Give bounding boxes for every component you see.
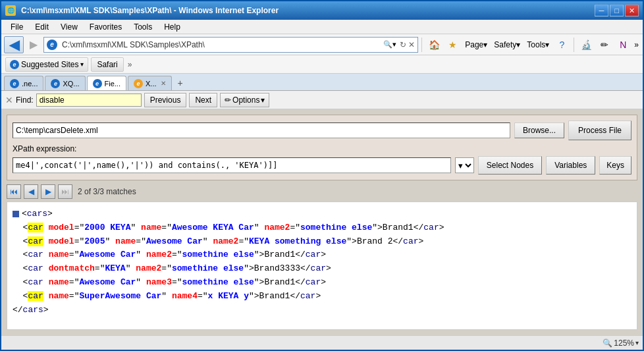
menu-file[interactable]: File: [5, 21, 28, 33]
tab-2[interactable]: e XQ...: [45, 76, 85, 90]
xml-attr-value: Awesome Car: [146, 236, 203, 246]
file-path-input[interactable]: [13, 122, 510, 138]
tab-2-icon: e: [51, 79, 60, 88]
xml-attr-name: model: [49, 223, 74, 232]
xml-bracket: >: [321, 277, 326, 287]
xml-line: <car dontmatch="KEYA" name2="somethine e…: [13, 262, 631, 276]
refresh-button[interactable]: ↻: [400, 40, 406, 49]
xml-bracket: ": [254, 277, 259, 287]
help-button[interactable]: ?: [553, 36, 570, 53]
menu-favorites[interactable]: Favorites: [84, 21, 127, 33]
search-dropdown-button[interactable]: 🔍▾: [382, 40, 398, 49]
suggested-sites-button[interactable]: e Suggested Sites ▾: [5, 57, 88, 72]
menu-help[interactable]: Help: [159, 21, 186, 33]
browse-button[interactable]: Browse...: [514, 122, 564, 138]
xml-attr-value: somethine else: [182, 277, 254, 287]
pen-button[interactable]: ✏: [596, 36, 613, 53]
xml-attr-name: name2: [264, 223, 290, 232]
nav-next-button[interactable]: ▶: [41, 184, 55, 199]
expand-toolbar-button[interactable]: »: [633, 40, 640, 49]
zoom-dropdown-chevron: ▾: [635, 339, 639, 346]
tab-3-label: Fie...: [105, 80, 121, 88]
xml-whitespace: [43, 236, 49, 246]
menu-view[interactable]: View: [55, 21, 83, 33]
tab-3[interactable]: e Fie...: [87, 76, 126, 90]
find-previous-button[interactable]: Previous: [144, 93, 187, 107]
links-bar: e Suggested Sites ▾ Safari »: [1, 55, 643, 74]
close-button[interactable]: ✕: [625, 5, 639, 16]
menu-edit[interactable]: Edit: [30, 21, 54, 33]
expression-row: ▾ Select Nodes Variables Keys: [13, 156, 631, 175]
xpath-expression-input[interactable]: [13, 157, 451, 173]
xml-bracket: >: [321, 250, 326, 259]
address-bar-icon: e: [47, 40, 57, 50]
nav-prev-button[interactable]: ◀: [24, 184, 38, 199]
minimize-button[interactable]: ─: [595, 5, 608, 16]
tools-menu-button[interactable]: Tools▾: [524, 36, 552, 53]
xml-bracket: >: [254, 291, 259, 301]
zoom-control[interactable]: 🔍 125% ▾: [603, 338, 639, 348]
find-label: Find:: [16, 95, 34, 105]
home-button[interactable]: 🏠: [425, 36, 443, 53]
xml-attr-value: somethine else: [172, 263, 244, 273]
find-options-button[interactable]: ✏ Options ▾: [220, 93, 269, 107]
safari-button[interactable]: Safari: [91, 57, 123, 72]
expression-label-row: XPath expression:: [13, 144, 631, 153]
xml-whitespace: [13, 291, 23, 301]
xml-attr-value: 2000 KEYA: [84, 223, 130, 232]
xml-whitespace: [43, 223, 49, 232]
process-file-button[interactable]: Process File: [568, 121, 631, 140]
xml-text-content: Brand 2: [357, 236, 393, 246]
xml-tag: car: [28, 277, 43, 287]
xml-whitespace: [167, 291, 172, 301]
titlebar: 🌐 C:\xml\msxml\XML SDK\Samples\XPath\ - …: [1, 1, 643, 20]
xml-attr-name: name: [115, 236, 136, 246]
page-menu-button[interactable]: Page▾: [462, 36, 490, 53]
select-nodes-button[interactable]: Select Nodes: [478, 156, 542, 175]
new-tab-button[interactable]: +: [173, 76, 188, 90]
maximize-button[interactable]: □: [610, 5, 624, 16]
suggested-sites-icon: e: [10, 60, 19, 69]
tab-4-close[interactable]: ✕: [161, 80, 166, 87]
xpath-panel: Browse... Process File XPath expression:…: [7, 115, 637, 180]
stop-button[interactable]: ✕: [408, 40, 415, 49]
safety-menu-button[interactable]: Safety▾: [491, 36, 523, 53]
xml-bracket: =": [74, 236, 85, 246]
xml-text-content: Brand1: [259, 291, 290, 301]
xml-whitespace: [13, 223, 23, 232]
onenote-button[interactable]: N: [614, 36, 631, 53]
xml-output: <cars> <car model="2000 KEYA" name="Awes…: [7, 202, 637, 330]
xml-text-content: Brand3333: [254, 263, 300, 273]
favorites-button[interactable]: ★: [444, 36, 461, 53]
tab-1[interactable]: e .ne...: [4, 76, 43, 90]
expand-links-button[interactable]: »: [128, 60, 132, 69]
keys-button[interactable]: Keys: [599, 156, 631, 175]
nav-last-button[interactable]: ⏭: [58, 184, 72, 199]
xml-tag: car: [28, 250, 43, 259]
find-next-button[interactable]: Next: [189, 93, 217, 107]
back-button[interactable]: ◀: [4, 36, 24, 53]
xml-bracket: >: [326, 263, 331, 273]
tab-4[interactable]: e X... ✕: [128, 76, 172, 90]
xml-tag: car: [300, 291, 315, 301]
xml-tag: car: [306, 250, 321, 259]
xml-text-content: Brand1: [383, 223, 414, 232]
nav-first-button[interactable]: ⏮: [7, 184, 21, 199]
xpath-dropdown[interactable]: ▾: [455, 157, 474, 173]
find-close-button[interactable]: ✕: [5, 95, 13, 105]
menu-tools[interactable]: Tools: [128, 21, 157, 33]
find-input[interactable]: [36, 94, 142, 107]
xml-bracket: <: [22, 209, 27, 219]
xml-bracket: ": [161, 291, 167, 301]
suggested-sites-chevron: ▾: [80, 61, 84, 68]
xml-whitespace: [43, 250, 49, 259]
xml-tag: car: [423, 223, 439, 232]
xml-tag: car: [28, 263, 43, 273]
tab-4-icon: e: [134, 79, 143, 88]
xml-bracket: ": [203, 236, 208, 246]
xml-bracket: </: [290, 291, 300, 301]
variables-button[interactable]: Variables: [546, 156, 595, 175]
find-bar: ✕ Find: Previous Next ✏ Options ▾: [1, 91, 643, 109]
forward-button[interactable]: ▶: [25, 36, 42, 53]
research-button[interactable]: 🔬: [577, 36, 595, 53]
